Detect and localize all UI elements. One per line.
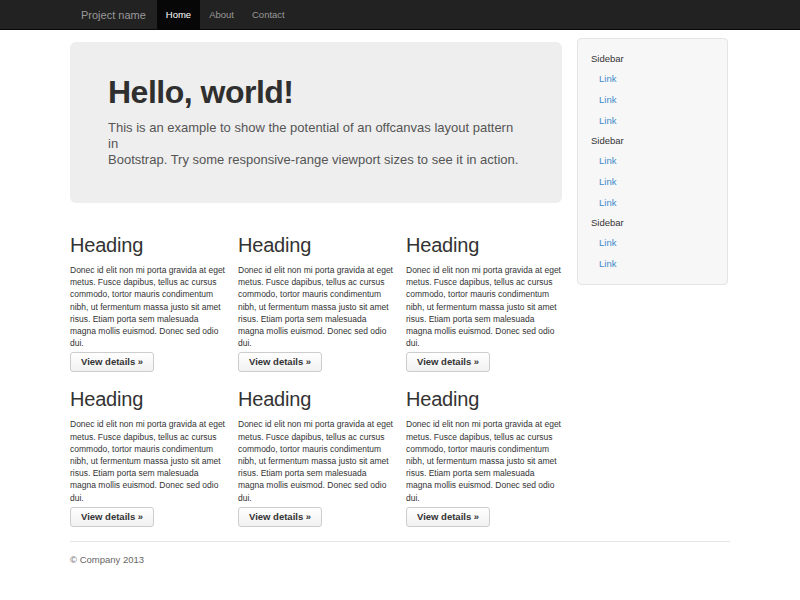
jumbotron-title: Hello, world!: [108, 76, 524, 108]
view-details-button[interactable]: View details »: [406, 352, 490, 372]
nav-item-contact[interactable]: Contact: [243, 0, 294, 30]
content-text: Donec id elit non mi porta gravida at eg…: [238, 418, 394, 503]
navbar-brand[interactable]: Project name: [70, 0, 157, 30]
navbar: Project name Home About Contact: [0, 0, 800, 30]
view-details-button[interactable]: View details »: [238, 352, 322, 372]
content-text: Donec id elit non mi porta gravida at eg…: [70, 264, 226, 349]
jumbotron-text: This is an example to show the potential…: [108, 120, 524, 168]
sidebar-link[interactable]: Link: [578, 89, 727, 110]
sidebar-header: Sidebar: [578, 49, 727, 68]
card-row-2: Heading Donec id elit non mi porta gravi…: [70, 372, 562, 526]
content-block: Heading Donec id elit non mi porta gravi…: [70, 372, 226, 526]
nav-link-about[interactable]: About: [200, 0, 243, 30]
sidebar-link[interactable]: Link: [578, 253, 727, 274]
footer: © Company 2013: [70, 542, 730, 577]
sidebar-link[interactable]: Link: [578, 232, 727, 253]
card-row-1: Heading Donec id elit non mi porta gravi…: [70, 203, 562, 372]
content-text: Donec id elit non mi porta gravida at eg…: [406, 264, 562, 349]
view-details-button[interactable]: View details »: [238, 507, 322, 527]
sidebar-link[interactable]: Link: [578, 68, 727, 89]
nav-link-home[interactable]: Home: [157, 0, 200, 30]
sidebar-link[interactable]: Link: [578, 150, 727, 171]
content-heading: Heading: [406, 388, 562, 410]
content-heading: Heading: [406, 234, 562, 256]
content-heading: Heading: [70, 388, 226, 410]
main-column: Hello, world! This is an example to show…: [70, 30, 562, 527]
nav-item-about[interactable]: About: [200, 0, 243, 30]
content-heading: Heading: [238, 388, 394, 410]
content-block: Heading Donec id elit non mi porta gravi…: [70, 203, 226, 372]
content-block: Heading Donec id elit non mi porta gravi…: [406, 372, 562, 526]
jumbotron: Hello, world! This is an example to show…: [70, 42, 562, 203]
sidebar-group-2: Sidebar Link Link Link: [578, 131, 727, 213]
content-heading: Heading: [70, 234, 226, 256]
content-block: Heading Donec id elit non mi porta gravi…: [406, 203, 562, 372]
copyright-text: © Company 2013: [70, 542, 730, 577]
sidebar-header: Sidebar: [578, 131, 727, 150]
nav-link-contact[interactable]: Contact: [243, 0, 294, 30]
content-text: Donec id elit non mi porta gravida at eg…: [406, 418, 562, 503]
content-row: Hello, world! This is an example to show…: [70, 30, 730, 527]
sidebar-link[interactable]: Link: [578, 192, 727, 213]
navbar-menu: Home About Contact: [157, 0, 294, 30]
navbar-container: Project name Home About Contact: [70, 0, 730, 30]
content-heading: Heading: [238, 234, 394, 256]
content-block: Heading Donec id elit non mi porta gravi…: [238, 203, 394, 372]
view-details-button[interactable]: View details »: [70, 507, 154, 527]
sidebar-well: Sidebar Link Link Link Sidebar Link Link…: [577, 38, 728, 285]
sidebar-link[interactable]: Link: [578, 171, 727, 192]
page-container: Hello, world! This is an example to show…: [70, 30, 730, 577]
content-text: Donec id elit non mi porta gravida at eg…: [70, 418, 226, 503]
sidebar-group-3: Sidebar Link Link: [578, 213, 727, 274]
view-details-button[interactable]: View details »: [70, 352, 154, 372]
content-block: Heading Donec id elit non mi porta gravi…: [238, 372, 394, 526]
sidebar-header: Sidebar: [578, 213, 727, 232]
content-text: Donec id elit non mi porta gravida at eg…: [238, 264, 394, 349]
sidebar-group-1: Sidebar Link Link Link: [578, 49, 727, 131]
view-details-button[interactable]: View details »: [406, 507, 490, 527]
nav-item-home[interactable]: Home: [157, 0, 200, 30]
sidebar-link[interactable]: Link: [578, 110, 727, 131]
